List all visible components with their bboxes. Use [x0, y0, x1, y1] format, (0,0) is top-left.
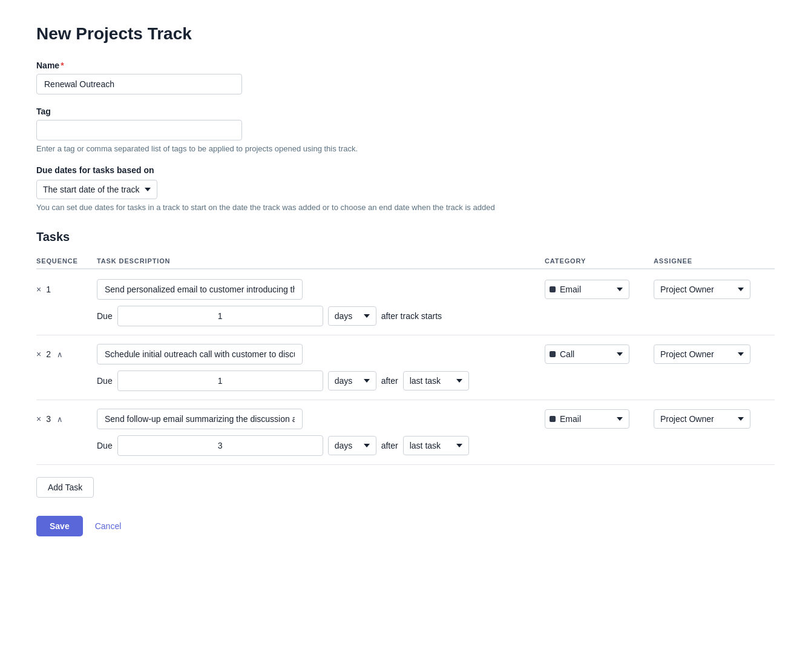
- col-task-description: Task Description: [97, 257, 545, 265]
- after-text-2: after: [381, 376, 398, 386]
- due-unit-select-1[interactable]: days weeks: [328, 306, 376, 326]
- name-input[interactable]: [36, 74, 242, 94]
- after-reference-select-2[interactable]: last task track starts: [403, 371, 469, 390]
- tag-label: Tag: [36, 107, 775, 116]
- task-due-row-1: Due days weeks after track starts: [36, 306, 775, 326]
- task-category-select-3[interactable]: Email Call Task Meeting: [545, 409, 629, 429]
- due-label-1: Due: [97, 311, 113, 321]
- due-unit-select-2[interactable]: days weeks: [328, 371, 376, 390]
- due-dates-hint: You can set due dates for tasks in a tra…: [36, 203, 775, 212]
- task-delete-button-2[interactable]: ×: [36, 349, 41, 359]
- task-row: × 1 Email Call Task Meeting Project Owne…: [36, 271, 775, 335]
- task-due-row-3: Due days weeks after last task track sta…: [36, 435, 775, 456]
- task-seq-2: × 2 ∧: [36, 349, 97, 359]
- due-unit-select-3[interactable]: days weeks: [328, 436, 376, 455]
- task-up-button-3[interactable]: ∧: [57, 415, 63, 424]
- task-description-input-2[interactable]: [97, 344, 303, 364]
- col-category: Category: [545, 257, 654, 265]
- due-label-2: Due: [97, 376, 113, 386]
- task-assignee-cell-2: Project Owner Unassigned: [654, 344, 775, 364]
- col-sequence: Sequence: [36, 257, 97, 265]
- task-category-select-2[interactable]: Email Call Task Meeting: [545, 344, 629, 364]
- task-description-cell-1: [97, 279, 545, 300]
- tasks-title: Tasks: [36, 230, 775, 244]
- task-due-row-2: Due days weeks after last task track sta…: [36, 371, 775, 391]
- form-actions: Save Cancel: [36, 516, 775, 536]
- task-number-2: 2: [46, 349, 51, 359]
- name-label: Name*: [36, 61, 775, 70]
- col-assignee: Assignee: [654, 257, 775, 265]
- task-up-button-2[interactable]: ∧: [57, 350, 63, 359]
- task-assignee-select-3[interactable]: Project Owner Unassigned: [654, 409, 750, 429]
- tag-field-group: Tag Enter a tag or comma separated list …: [36, 107, 775, 153]
- required-indicator: *: [61, 61, 64, 70]
- task-category-cell-2: Email Call Task Meeting: [545, 344, 654, 364]
- cancel-button[interactable]: Cancel: [95, 521, 122, 531]
- after-text-3: after: [381, 441, 398, 450]
- after-text-1: after track starts: [381, 311, 442, 321]
- tag-hint: Enter a tag or comma separated list of t…: [36, 144, 775, 153]
- after-reference-select-3[interactable]: last task track starts: [403, 436, 469, 455]
- task-number-1: 1: [46, 285, 51, 294]
- task-delete-button-3[interactable]: ×: [36, 414, 41, 424]
- task-assignee-select-2[interactable]: Project Owner Unassigned: [654, 344, 750, 364]
- task-seq-3: × 3 ∧: [36, 414, 97, 424]
- task-description-input-1[interactable]: [97, 279, 303, 300]
- task-row: × 2 ∧ Email Call Task Meeting Project Ow…: [36, 335, 775, 400]
- tasks-table-header: Sequence Task Description Category Assig…: [36, 254, 775, 269]
- due-dates-label: Due dates for tasks based on: [36, 165, 775, 175]
- task-category-select-1[interactable]: Email Call Task Meeting: [545, 280, 629, 299]
- save-button[interactable]: Save: [36, 516, 83, 536]
- task-description-cell-2: [97, 344, 545, 364]
- task-description-input-3[interactable]: [97, 409, 303, 429]
- due-number-input-1[interactable]: [117, 306, 323, 326]
- task-row-top: × 1 Email Call Task Meeting Project Owne…: [36, 279, 775, 300]
- task-delete-button-1[interactable]: ×: [36, 285, 41, 294]
- due-number-input-3[interactable]: [117, 435, 323, 456]
- task-category-cell-3: Email Call Task Meeting: [545, 409, 654, 429]
- due-label-3: Due: [97, 441, 113, 450]
- task-assignee-select-1[interactable]: Project Owner Unassigned: [654, 280, 750, 299]
- page-title: New Projects Track: [36, 24, 775, 44]
- task-number-3: 3: [46, 414, 51, 424]
- due-dates-section: Due dates for tasks based on The start d…: [36, 165, 775, 212]
- tag-input[interactable]: [36, 120, 242, 140]
- task-category-cell-1: Email Call Task Meeting: [545, 280, 654, 299]
- due-dates-select[interactable]: The start date of the track The end date…: [36, 180, 157, 199]
- task-row-top: × 2 ∧ Email Call Task Meeting Project Ow…: [36, 344, 775, 364]
- add-task-button[interactable]: Add Task: [36, 477, 94, 498]
- due-number-input-2[interactable]: [117, 371, 323, 391]
- name-field-group: Name*: [36, 61, 775, 94]
- task-description-cell-3: [97, 409, 545, 429]
- task-row-top: × 3 ∧ Email Call Task Meeting Project Ow…: [36, 409, 775, 429]
- task-row: × 3 ∧ Email Call Task Meeting Project Ow…: [36, 400, 775, 465]
- task-seq-1: × 1: [36, 285, 97, 294]
- task-assignee-cell-3: Project Owner Unassigned: [654, 409, 775, 429]
- task-assignee-cell-1: Project Owner Unassigned: [654, 280, 775, 299]
- tasks-section: Tasks Sequence Task Description Category…: [36, 230, 775, 498]
